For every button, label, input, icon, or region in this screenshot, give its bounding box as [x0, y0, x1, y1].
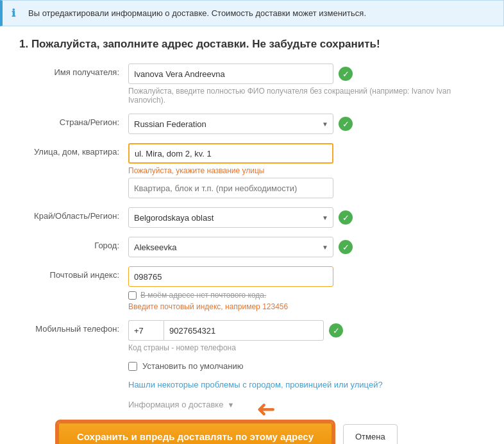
info-icon: ℹ: [12, 7, 23, 19]
country-label: Страна/Регион:: [19, 114, 128, 127]
default-label: Установить по умолчанию: [142, 361, 243, 371]
region-input-group: Belgorodskaya oblast ▼ ✓: [128, 207, 485, 228]
street-input[interactable]: [128, 143, 333, 164]
postal-input[interactable]: [128, 266, 333, 287]
page-title: 1. Пожалуйста, заполните адрес доставки.…: [19, 38, 504, 51]
country-input-group: Russian Federation ▼ ✓: [128, 114, 485, 134]
form-container: Имя получателя: ✓ Пожалуйста, введите по…: [0, 64, 504, 444]
city-input-wrap: Alekseevka ▼ ✓: [128, 237, 485, 257]
action-row: ➜ Сохранить и впредь доставлять по этому…: [58, 422, 485, 444]
country-select-wrap: Russian Federation ▼: [128, 114, 333, 134]
postal-input-wrap: [128, 266, 485, 287]
phone-row: Мобильный телефон: ✓ Код страны - номер …: [19, 320, 485, 352]
street-error: Пожалуйста, укажите название улицы: [128, 166, 485, 175]
region-row: Край/Область/Регион: Belgorodskaya oblas…: [19, 207, 485, 228]
no-postal-row: В моём адресе нет почтового кода.: [128, 291, 485, 300]
phone-number-input[interactable]: [164, 320, 324, 341]
postal-error: Введите почтовый индекс, например 123456: [128, 302, 485, 311]
region-label: Край/Область/Регион:: [19, 207, 128, 221]
country-row: Страна/Регион: Russian Federation ▼ ✓: [19, 114, 485, 134]
city-check-icon: ✓: [339, 240, 353, 254]
postal-input-group: В моём адресе нет почтового кода. Введит…: [128, 266, 485, 311]
phone-hint: Код страны - номер телефона: [128, 343, 485, 352]
country-select[interactable]: Russian Federation: [128, 114, 333, 134]
delivery-info-text: Информация о доставке: [128, 400, 223, 409]
no-postal-label: В моём адресе нет почтового кода.: [140, 291, 266, 300]
postal-row: Почтовый индекс: В моём адресе нет почто…: [19, 266, 485, 311]
recipient-row: Имя получателя: ✓ Пожалуйста, введите по…: [19, 64, 485, 105]
phone-label: Мобильный телефон:: [19, 320, 128, 334]
postal-label: Почтовый индекс:: [19, 266, 128, 280]
cancel-button[interactable]: Отмена: [343, 424, 398, 444]
phone-input-wrap: ✓: [128, 320, 485, 341]
street-label: Улица, дом, квартира:: [19, 143, 128, 157]
default-checkbox[interactable]: [128, 362, 137, 371]
no-postal-checkbox[interactable]: [128, 291, 137, 300]
problem-link[interactable]: Нашли некоторые проблемы с городом, пров…: [128, 380, 383, 389]
city-label: Город:: [19, 237, 128, 250]
city-select[interactable]: Alekseevka: [128, 237, 333, 257]
phone-check-icon: ✓: [329, 323, 343, 337]
phone-input-group: ✓ Код страны - номер телефона: [128, 320, 485, 352]
phone-combined: [128, 320, 324, 341]
country-input-wrap: Russian Federation ▼ ✓: [128, 114, 485, 134]
recipient-input[interactable]: [128, 64, 333, 84]
banner-text: Вы отредактировали информацию о доставке…: [28, 8, 366, 18]
street-input-group: Пожалуйста, укажите название улицы: [128, 143, 485, 198]
recipient-input-group: ✓ Пожалуйста, введите полностью ФИО полу…: [128, 64, 485, 105]
save-button[interactable]: Сохранить и впредь доставлять по этому а…: [58, 422, 333, 444]
chevron-down-icon: ▼: [227, 401, 234, 409]
recipient-hint: Пожалуйста, введите полностью ФИО получа…: [128, 87, 485, 105]
city-row: Город: Alekseevka ▼ ✓: [19, 237, 485, 257]
recipient-input-wrap: ✓: [128, 64, 485, 84]
city-select-wrap: Alekseevka ▼: [128, 237, 333, 257]
city-input-group: Alekseevka ▼ ✓: [128, 237, 485, 257]
recipient-label: Имя получателя:: [19, 64, 128, 77]
region-select-wrap: Belgorodskaya oblast ▼: [128, 207, 333, 228]
delivery-info-row[interactable]: Информация о доставке ▼: [128, 400, 485, 409]
info-banner: ℹ Вы отредактировали информацию о достав…: [0, 0, 504, 26]
region-select[interactable]: Belgorodskaya oblast: [128, 207, 333, 228]
default-checkbox-row: Установить по умолчанию: [128, 361, 485, 371]
problem-link-row: Нашли некоторые проблемы с городом, пров…: [128, 380, 485, 389]
phone-country-input[interactable]: [128, 320, 164, 341]
country-check-icon: ✓: [339, 117, 353, 131]
street-input-wrap: [128, 143, 485, 164]
region-input-wrap: Belgorodskaya oblast ▼ ✓: [128, 207, 485, 228]
recipient-check-icon: ✓: [339, 67, 353, 81]
apartment-input[interactable]: [128, 178, 333, 198]
street-row: Улица, дом, квартира: Пожалуйста, укажит…: [19, 143, 485, 198]
arrow-indicator: ➜: [256, 397, 276, 423]
region-check-icon: ✓: [339, 210, 353, 225]
